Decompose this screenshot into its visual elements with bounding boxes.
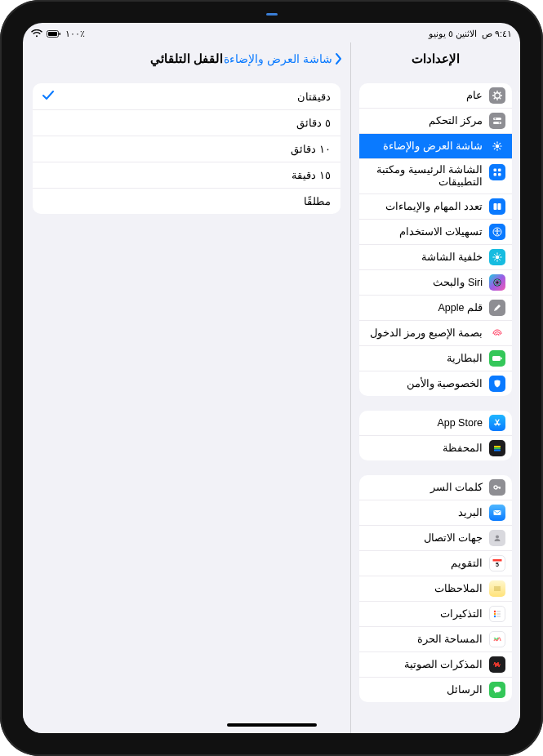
sidebar-group-apps: كلمات السر البريد جهات الا	[359, 475, 512, 702]
ipad-frame: ٩:٤١ ص الاثنين ٥ يونيو ٪١٠٠ الإعدادات	[0, 0, 543, 756]
status-time: ٩:٤١ ص	[482, 29, 512, 39]
sidebar-item-wallet[interactable]: المحفظة	[359, 435, 512, 460]
svg-line-9	[500, 98, 501, 99]
svg-rect-27	[494, 173, 497, 176]
settings-sidebar: الإعدادات عام	[350, 42, 520, 733]
sidebar-item-multitasking[interactable]: تعدد المهام والإيماءات	[359, 193, 512, 219]
svg-line-22	[500, 149, 501, 149]
option-15-minutes[interactable]: ١٥ دقيقة	[33, 162, 340, 188]
sidebar-item-home-screen[interactable]: الشاشة الرئيسية ومكتبة التطبيقات	[359, 158, 512, 193]
home-indicator[interactable]	[227, 723, 317, 727]
sidebar-item-voice-memos[interactable]: المذكرات الصوتية	[359, 651, 512, 677]
sidebar-item-touchid[interactable]: بصمة الإصبع ورمز الدخول	[359, 320, 512, 345]
sidebar-item-appstore[interactable]: App Store	[359, 411, 512, 435]
sidebar-item-siri[interactable]: Siri والبحث	[359, 269, 512, 295]
sidebar-item-general[interactable]: عام	[359, 83, 512, 108]
svg-rect-37	[492, 356, 501, 361]
sidebar-item-wallpaper[interactable]: خلفية الشاشة	[359, 244, 512, 269]
sidebar-item-accessibility[interactable]: تسهيلات الاستخدام	[359, 219, 512, 244]
home-grid-icon	[489, 164, 505, 180]
svg-line-23	[494, 149, 495, 149]
sidebar-item-mail[interactable]: البريد	[359, 500, 512, 525]
svg-point-3	[495, 93, 500, 98]
svg-rect-2	[60, 33, 61, 35]
sidebar-item-label: App Store	[366, 417, 483, 429]
option-label: ١٥ دقيقة	[292, 169, 331, 181]
sidebar-item-label: كلمات السر	[366, 482, 483, 494]
sidebar-item-label: مركز التحكم	[366, 115, 483, 127]
sidebar-group-general: عام مركز التحكم شاشة العرض	[359, 83, 512, 396]
siri-icon	[489, 274, 505, 291]
sidebar-group-store: App Store المحفظة	[359, 411, 512, 460]
sidebar-item-reminders[interactable]: التذكيرات	[359, 601, 512, 626]
svg-line-10	[494, 98, 495, 99]
svg-point-49	[496, 536, 499, 539]
sidebar-item-label: التقويم	[366, 558, 483, 570]
svg-line-24	[500, 143, 501, 144]
option-5-minutes[interactable]: ٥ دقائق	[33, 109, 340, 136]
status-date-time: ٩:٤١ ص الاثنين ٥ يونيو	[429, 29, 512, 39]
sidebar-item-label: شاشة العرض والإضاءة	[366, 140, 483, 153]
svg-rect-43	[494, 447, 501, 449]
calendar-icon: 5	[489, 555, 505, 571]
voice-memos-icon	[489, 656, 505, 673]
detail-pane: شاشة العرض والإضاءة القفل التلقائي دقيقت…	[23, 42, 350, 733]
touchid-icon	[489, 325, 505, 341]
reminders-icon	[489, 606, 505, 622]
svg-rect-25	[494, 169, 497, 172]
sidebar-item-freeform[interactable]: المساحة الحرة	[359, 626, 512, 651]
chevron-right-icon	[334, 52, 342, 65]
auto-lock-options: دقيقتان ٥ دقائق ١٠ دقائق ١٥ دقي	[33, 83, 340, 214]
svg-point-45	[494, 486, 497, 489]
sidebar-item-notes[interactable]: الملاحظات	[359, 576, 512, 601]
svg-point-33	[496, 256, 500, 260]
sidebar-item-label: عام	[366, 90, 483, 102]
sidebar-item-label: الشاشة الرئيسية ومكتبة التطبيقات	[370, 164, 483, 189]
freeform-icon	[489, 631, 505, 647]
option-2-minutes[interactable]: دقيقتان	[33, 83, 340, 109]
sidebar-item-passwords[interactable]: كلمات السر	[359, 475, 512, 500]
option-label: مطلقًا	[304, 195, 331, 207]
back-button[interactable]: شاشة العرض والإضاءة	[224, 42, 342, 75]
sidebar-item-battery[interactable]: البطارية	[359, 345, 512, 371]
sidebar-item-label: المساحة الحرة	[366, 634, 483, 646]
sidebar-item-label: تعدد المهام والإيماءات	[366, 201, 483, 213]
option-label: ١٠ دقائق	[291, 143, 331, 155]
switches-icon	[489, 113, 505, 129]
sidebar-item-pencil[interactable]: قلم Apple	[359, 295, 512, 320]
status-date: الاثنين ٥ يونيو	[429, 29, 477, 39]
option-10-minutes[interactable]: ١٠ دقائق	[33, 136, 340, 162]
detail-title: القفل التلقائي	[150, 51, 223, 66]
sidebar-item-label: تسهيلات الاستخدام	[366, 226, 483, 238]
screen: ٩:٤١ ص الاثنين ٥ يونيو ٪١٠٠ الإعدادات	[23, 23, 520, 733]
sidebar-item-label: الملاحظات	[366, 583, 483, 595]
option-label: ٥ دقائق	[296, 117, 331, 129]
pencil-icon	[489, 300, 505, 316]
svg-rect-38	[501, 358, 502, 360]
sidebar-item-label: المحفظة	[366, 442, 483, 455]
option-never[interactable]: مطلقًا	[33, 188, 340, 214]
wifi-icon	[31, 29, 42, 38]
svg-rect-42	[494, 446, 501, 447]
sidebar-item-display-brightness[interactable]: شاشة العرض والإضاءة	[359, 133, 512, 158]
sidebar-item-contacts[interactable]: جهات الاتصال	[359, 525, 512, 550]
svg-point-15	[499, 122, 501, 124]
accessibility-icon	[489, 224, 505, 240]
svg-point-55	[494, 611, 496, 612]
sidebar-item-control-center[interactable]: مركز التحكم	[359, 108, 512, 133]
sidebar-title: الإعدادات	[351, 42, 520, 75]
option-label: دقيقتان	[297, 91, 331, 103]
sidebar-item-label: جهات الاتصال	[366, 532, 483, 545]
sidebar-item-label: الخصوصية والأمن	[366, 378, 483, 390]
sidebar-item-messages[interactable]: الرسائل	[359, 677, 512, 702]
svg-point-16	[496, 145, 500, 149]
svg-line-8	[494, 92, 495, 93]
sidebar-item-privacy[interactable]: الخصوصية والأمن	[359, 371, 512, 396]
detail-header: شاشة العرض والإضاءة القفل التلقائي	[23, 42, 350, 75]
sidebar-scroll[interactable]: عام مركز التحكم شاشة العرض	[351, 75, 520, 733]
svg-text:5: 5	[496, 562, 499, 567]
sidebar-item-calendar[interactable]: 5 التقويم	[359, 550, 512, 576]
svg-rect-30	[498, 203, 501, 210]
sidebar-item-label: البطارية	[366, 353, 483, 365]
notes-icon	[489, 580, 505, 597]
